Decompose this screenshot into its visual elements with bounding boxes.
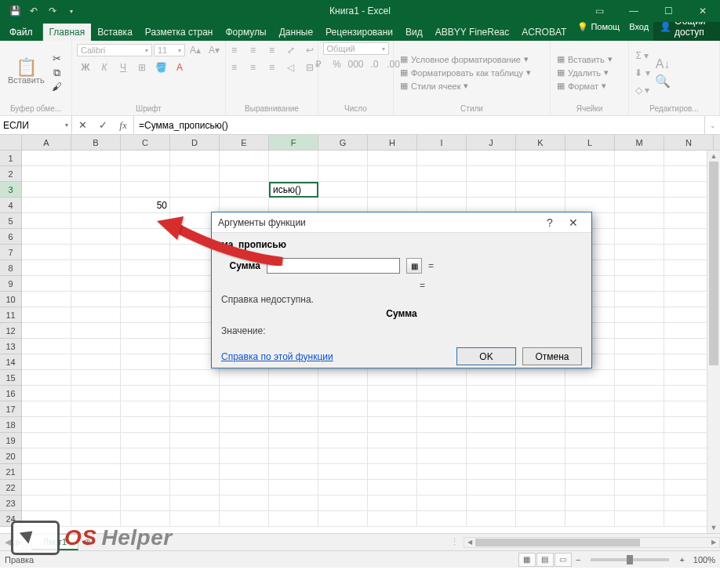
cell[interactable]	[121, 307, 170, 323]
page-layout-view-icon[interactable]: ▤	[536, 553, 554, 567]
cell[interactable]	[269, 448, 318, 464]
col-header[interactable]: B	[71, 135, 121, 150]
qat-customize-icon[interactable]: ▾	[63, 2, 80, 20]
border-icon[interactable]: ⊞	[133, 60, 151, 75]
cell[interactable]	[565, 495, 615, 511]
row-header[interactable]: 17	[0, 401, 22, 417]
cell[interactable]	[71, 511, 121, 527]
range-selector-icon[interactable]: ▦	[406, 258, 422, 274]
cell[interactable]	[318, 417, 368, 433]
scroll-thumb[interactable]	[475, 539, 640, 546]
cell[interactable]	[269, 511, 318, 527]
cell[interactable]	[368, 464, 417, 480]
cell[interactable]	[71, 495, 121, 511]
cell[interactable]	[516, 401, 565, 417]
cell[interactable]	[71, 151, 121, 166]
cell[interactable]	[516, 182, 565, 198]
cell[interactable]	[71, 260, 121, 276]
enter-formula-icon[interactable]: ✓	[93, 119, 113, 131]
cell[interactable]	[22, 276, 71, 292]
cell[interactable]	[22, 433, 71, 448]
cell[interactable]	[368, 417, 417, 433]
cell[interactable]	[170, 182, 220, 198]
cell[interactable]	[121, 401, 170, 417]
cell[interactable]	[71, 245, 121, 260]
cell[interactable]	[467, 166, 516, 182]
cell[interactable]	[417, 417, 467, 433]
cell[interactable]	[467, 511, 516, 527]
cell[interactable]	[121, 464, 170, 480]
cell[interactable]	[417, 386, 467, 401]
row-header[interactable]: 3	[0, 182, 22, 198]
cell[interactable]	[22, 292, 71, 307]
cell[interactable]	[71, 386, 121, 401]
cell[interactable]	[318, 198, 368, 213]
cell[interactable]	[318, 433, 368, 448]
zoom-out-icon[interactable]: −	[573, 555, 584, 564]
cell[interactable]	[121, 245, 170, 260]
row-header[interactable]: 14	[0, 354, 22, 370]
cell[interactable]	[121, 323, 170, 339]
tab-home[interactable]: Главная	[43, 24, 92, 41]
row-header[interactable]: 2	[0, 166, 22, 182]
cell[interactable]	[417, 511, 467, 527]
cell[interactable]	[615, 370, 664, 386]
cell[interactable]	[220, 464, 269, 480]
cell[interactable]	[565, 182, 615, 198]
cell[interactable]	[71, 401, 121, 417]
cell[interactable]	[516, 448, 565, 464]
row-header[interactable]: 8	[0, 260, 22, 276]
cell[interactable]	[71, 464, 121, 480]
cell[interactable]	[467, 480, 516, 495]
cell[interactable]	[565, 166, 615, 182]
cell[interactable]	[269, 151, 318, 166]
cell[interactable]	[565, 417, 615, 433]
tab-file[interactable]: Файл	[0, 24, 43, 41]
col-header[interactable]: J	[467, 135, 516, 150]
conditional-formatting-button[interactable]: ▦Условное форматирование ▾	[398, 53, 533, 65]
cell[interactable]	[121, 166, 170, 182]
tab-view[interactable]: Вид	[399, 24, 429, 41]
cell[interactable]	[516, 511, 565, 527]
fill-icon[interactable]: ⬇ ▾	[634, 65, 651, 81]
tab-formulas[interactable]: Формулы	[219, 24, 272, 41]
cell[interactable]	[170, 151, 220, 166]
col-header[interactable]: F	[269, 135, 318, 150]
wrap-text-icon[interactable]: ↩	[301, 42, 318, 58]
cell[interactable]	[615, 245, 664, 260]
format-cells-button[interactable]: ▦Формат ▾	[555, 80, 614, 92]
cell[interactable]	[71, 370, 121, 386]
cell[interactable]	[417, 480, 467, 495]
cell[interactable]	[615, 480, 664, 495]
cell[interactable]	[417, 495, 467, 511]
cell[interactable]	[71, 354, 121, 370]
col-header[interactable]: K	[516, 135, 565, 150]
cell[interactable]	[467, 401, 516, 417]
dialog-help-icon[interactable]: ?	[538, 216, 562, 229]
cell[interactable]	[71, 448, 121, 464]
sheet-nav-next-icon[interactable]: ▶	[16, 537, 22, 547]
cell[interactable]	[318, 166, 368, 182]
cell[interactable]	[220, 417, 269, 433]
delete-cells-button[interactable]: ▦Удалить ▾	[555, 67, 614, 78]
row-header[interactable]: 10	[0, 292, 22, 307]
insert-cells-button[interactable]: ▦Вставить ▾	[555, 53, 614, 65]
page-break-view-icon[interactable]: ▭	[555, 553, 572, 567]
cell[interactable]	[220, 495, 269, 511]
cell[interactable]	[121, 386, 170, 401]
cell[interactable]	[22, 386, 71, 401]
copy-icon[interactable]: ⧉	[51, 67, 64, 79]
paste-button[interactable]: 📋 Вставить	[5, 60, 48, 86]
bold-button[interactable]: Ж	[77, 60, 94, 75]
cell[interactable]	[318, 448, 368, 464]
font-name-combo[interactable]: Calibri▾	[77, 44, 152, 56]
row-header[interactable]: 13	[0, 339, 22, 354]
function-help-link[interactable]: Справка по этой функции	[221, 351, 333, 362]
cell[interactable]	[467, 386, 516, 401]
cell[interactable]	[516, 417, 565, 433]
row-header[interactable]: 11	[0, 307, 22, 323]
cell[interactable]	[615, 401, 664, 417]
cell[interactable]	[22, 260, 71, 276]
cell[interactable]	[170, 386, 220, 401]
row-header[interactable]: 6	[0, 229, 22, 245]
